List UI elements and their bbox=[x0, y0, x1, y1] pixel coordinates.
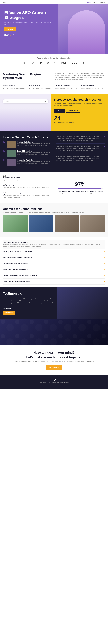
partner-hd: HD bbox=[38, 61, 43, 64]
text-block-content-2: Lorem ipsum dolor sit amet, consectetur … bbox=[56, 145, 105, 152]
feature-seo-optimization: SEO Optimization Sample text. Click to s… bbox=[29, 84, 53, 89]
optimize-gallery bbox=[3, 215, 105, 232]
faq-item-7[interactable]: How do you handle algorithm updates? + bbox=[3, 278, 105, 284]
partners-heading: We worked with the world's best companie… bbox=[3, 57, 105, 59]
cta-button[interactable]: Get in touch bbox=[46, 365, 62, 370]
text-block-2: ↗ Lorem ipsum dolor sit amet, consectetu… bbox=[56, 145, 105, 154]
hero-person-image bbox=[58, 4, 108, 54]
partner-link: ⚇ bbox=[31, 61, 35, 64]
increase-yellow-section: Search... 🔍 Increase Website Search Pres… bbox=[0, 94, 108, 131]
hero-description: Sint cillita lara quas principis: nec el… bbox=[4, 22, 54, 25]
arrow-icon-3: ↗ bbox=[104, 155, 105, 158]
mastering-description: Lorem ipsum dolor sit amet, consectetur … bbox=[55, 72, 105, 81]
faq-item-4[interactable]: Do you provide local SEO services? + bbox=[3, 261, 105, 267]
footer-link-2[interactable]: Click to select Text Fonts Elements bbox=[49, 382, 69, 383]
feature-desc: Sample text. Click to select the Text El… bbox=[3, 88, 27, 89]
faq-item-1[interactable]: What is SEO and why is it important? Ans… bbox=[3, 240, 105, 249]
testimonial-author: York Flanges bbox=[3, 308, 54, 309]
hero-cta-button[interactable]: Start Now bbox=[4, 27, 16, 31]
service-desc-2: Lorem ipsum dolor sit amet, consectetur … bbox=[17, 152, 52, 157]
faq-question-6: Can you guarantee first-page rankings on… bbox=[3, 275, 38, 276]
faq-question-7: How do you handle algorithm updates? bbox=[3, 280, 30, 282]
award-2020: 2020 SEO Excellence Award Et vero eos et… bbox=[3, 184, 53, 190]
service-item-1: 01 Content Optimization Lorem ipsum dolo… bbox=[3, 141, 52, 148]
faq-item-2[interactable]: How long does it take to see SEO results… bbox=[3, 249, 105, 255]
service-text-1: Content Optimization Lorem ipsum dolor s… bbox=[17, 141, 52, 148]
partner-nle: nle bbox=[82, 61, 87, 64]
faq-item-6[interactable]: Can you guarantee first-page rankings on… bbox=[3, 273, 105, 278]
footer-link-1[interactable]: Sample link bbox=[39, 382, 46, 383]
text-block-3: ↗ Lorem ipsum dolor sit amet, consectetu… bbox=[56, 155, 105, 163]
search-hands-visual bbox=[0, 108, 51, 131]
testimonials-image bbox=[57, 288, 108, 319]
partners-section: We worked with the world's best companie… bbox=[0, 54, 108, 68]
testimonial-cta-button[interactable]: Consult Now bbox=[3, 311, 15, 314]
testimonials-content: Testimonials Lorem ipsum dolor sit amet,… bbox=[0, 288, 57, 319]
faq-question-2: How long does it take to see SEO results… bbox=[3, 251, 32, 252]
increase-yellow-content: Increase Website Search Presence Lorem i… bbox=[51, 94, 108, 131]
award-desc-3: Et vero eos et accusam et justo duo dolo… bbox=[3, 195, 53, 198]
gallery-image-2 bbox=[29, 215, 54, 232]
testimonials-bg-image bbox=[57, 288, 108, 319]
gallery-image-1 bbox=[3, 215, 28, 232]
mastering-inner: Mastering Search Engine Optimization Lor… bbox=[3, 72, 105, 81]
search-visual-area: Search... 🔍 bbox=[0, 94, 51, 131]
services-title: Increase Website Search Presence bbox=[3, 136, 52, 139]
faq-expand-icon-5: + bbox=[104, 268, 105, 271]
search-icon: 🔍 bbox=[44, 100, 46, 102]
partners-logos: ogie ⚇ HD ⬡ ✦ qmvd ⋮⋮⋮ nle bbox=[3, 61, 105, 64]
award-year-2: 2020 bbox=[3, 184, 53, 185]
increase-dark-section: Increase Website Search Presence 01 Cont… bbox=[0, 131, 108, 172]
feature-title: SEO Optimization bbox=[29, 85, 40, 87]
award-title-1: Best SEO Campaign Award bbox=[3, 177, 53, 178]
optimize-section: Optimize for Better Rankings At vero eos… bbox=[0, 203, 108, 237]
main-nav: Home About Contact bbox=[87, 1, 105, 3]
service-item-3: 03 Competitor Analysis Lorem ipsum dolor… bbox=[3, 159, 52, 166]
feature-title: Keyword Research bbox=[3, 85, 14, 87]
feature-desc: Sample text. Click to select the Text El… bbox=[81, 88, 105, 89]
site-footer: Logo Sample link Click to select Text Fo… bbox=[0, 376, 108, 388]
faq-section: What is SEO and why is it important? Ans… bbox=[0, 237, 108, 288]
nav-contact[interactable]: Contact bbox=[100, 1, 105, 3]
service-item-2: 02 Local SEO Services Lorem ipsum dolor … bbox=[3, 150, 52, 157]
faq-question-4: Do you provide local SEO services? bbox=[3, 263, 27, 264]
gallery-image-3 bbox=[55, 215, 79, 232]
faq-expand-icon-4: + bbox=[104, 262, 105, 265]
nav-about[interactable]: About bbox=[93, 1, 97, 3]
site-logo: logo bbox=[3, 1, 6, 3]
faq-answer-1: Answer: Lorem ipsum dolor sit amet, cons… bbox=[3, 244, 103, 247]
hero-content: Effective SEO Growth Strategies Sint cil… bbox=[0, 4, 58, 54]
footer-links: Sample link Click to select Text Fonts E… bbox=[3, 382, 105, 383]
optimize-title: Optimize for Better Rankings bbox=[3, 207, 105, 210]
feature-title: Link Building Strategies bbox=[55, 85, 70, 87]
hero-section: Effective SEO Growth Strategies Sint cil… bbox=[0, 4, 108, 54]
award-year-1: 2016 bbox=[3, 175, 53, 177]
service-text-3: Competitor Analysis Lorem ipsum dolor si… bbox=[17, 159, 52, 166]
service-num-3: 03 bbox=[3, 159, 6, 161]
satisfaction-stats: 97% CUSTOMER SATISFACTION AND STRATEGICA… bbox=[55, 175, 105, 200]
awards-section: 2016 Best SEO Campaign Award Et vero eos… bbox=[0, 172, 108, 203]
how-we-work-button[interactable]: HOW WE WORK bbox=[66, 109, 80, 112]
partner-gear: ✦ bbox=[53, 61, 57, 64]
feature-technical-seo: Technical SEO Audits Sample text. Click … bbox=[81, 84, 105, 89]
dark-image-section bbox=[0, 319, 108, 345]
footer-logo: Logo bbox=[3, 378, 105, 380]
testimonials-title: Testimonials bbox=[3, 292, 54, 296]
faq-expand-icon-6: + bbox=[104, 274, 105, 277]
faq-question-1: What is SEO and why is it important? bbox=[3, 242, 103, 243]
faq-item-3[interactable]: What services does your SEO agency offer… bbox=[3, 255, 105, 261]
awards-list: 2016 Best SEO Campaign Award Et vero eos… bbox=[3, 175, 53, 200]
find-more-button[interactable]: FIND MORE bbox=[54, 109, 65, 112]
mastering-left: Mastering Search Engine Optimization bbox=[3, 72, 53, 81]
nav-home[interactable]: Home bbox=[87, 1, 91, 3]
hero-person-silhouette bbox=[68, 10, 105, 54]
service-num-2: 02 bbox=[3, 150, 6, 152]
satisfaction-label: CUSTOMER SATISFACTION AND STRATEGICAL SU… bbox=[58, 190, 103, 192]
award-title-2: SEO Excellence Award bbox=[3, 185, 53, 186]
testimonials-section: Testimonials Lorem ipsum dolor sit amet,… bbox=[0, 288, 108, 319]
faq-item-5[interactable]: How do you track SEO performance? + bbox=[3, 267, 105, 273]
faq-collapse-icon-1: − bbox=[104, 243, 105, 245]
service-title-2: Local SEO Services bbox=[17, 150, 52, 152]
satisfaction-fill bbox=[58, 188, 101, 189]
service-desc-3: Lorem ipsum dolor sit amet, consectetur … bbox=[17, 161, 52, 166]
